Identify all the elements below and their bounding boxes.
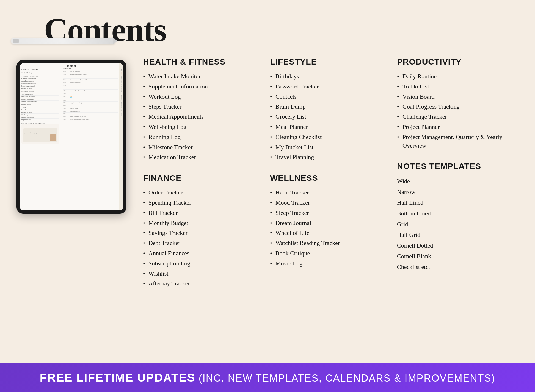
page-title: Contents: [0, 0, 535, 54]
sched-07am: 07 AMeat breakfast and leave for college…: [63, 73, 118, 76]
list-item: Project Management. Quarterly & Yearly O…: [397, 132, 513, 151]
list-item: Narrow: [397, 187, 513, 197]
lifestyle-section: LIFESTYLE Birthdays Password Tracker Con…: [270, 57, 386, 162]
priority-2: Attend team meeting.: [21, 80, 59, 82]
sched-11am: 11 AM: [63, 84, 118, 87]
list-item: Savings Tracker: [143, 228, 259, 238]
focus-3: Positive interactions.: [21, 98, 59, 101]
focus-title: TODAY'S FOCUS: [21, 91, 59, 93]
list-item: Sleep Tracker: [270, 208, 386, 218]
list-item: Steps Tracker: [143, 102, 259, 112]
notes-area: Remember. "You are enough.Love yourself …: [21, 124, 59, 144]
priority-1: Complete project report: [21, 77, 59, 80]
list-item: Bottom Lined: [397, 208, 513, 219]
column-1: HEALTH & FITNESS Water Intake Monitor Su…: [143, 57, 259, 363]
tablet-mockup: SUNDAY, JANUARY 1 ♡⊕✿⌇◎☰ TODAY'S PRIORIT…: [16, 60, 126, 214]
month-feb: FEB: [120, 76, 122, 79]
todo-2: Grocery shopping.: [21, 111, 59, 114]
sched-01pm: 01 PMTake a break to relax, or socialize…: [63, 90, 118, 92]
month-may: MAY: [120, 87, 122, 91]
list-item: Bill Tracker: [143, 208, 259, 218]
notes-title: NOTES, IDEAS & INSPIRATION: [21, 123, 59, 124]
month-jan: JAN: [120, 72, 122, 75]
tablet-screen: SUNDAY, JANUARY 1 ♡⊕✿⌇◎☰ TODAY'S PRIORIT…: [20, 63, 123, 210]
tablet-area: SUNDAY, JANUARY 1 ♡⊕✿⌇◎☰ TODAY'S PRIORIT…: [0, 54, 126, 363]
todo-1: Pay bills: [21, 109, 59, 111]
schedule-title: SCHEDULE: [63, 68, 118, 69]
list-item: Goal Progress Tracking: [397, 102, 513, 112]
list-item: Cleaning Checklist: [270, 132, 386, 142]
month-jun: JUN: [120, 91, 122, 94]
column-3: PRODUCTIVITY Daily Routine To-Do List Vi…: [397, 57, 513, 363]
wellness-section: WELLNESS Habit Tracker Mood Tracker Slee…: [270, 173, 386, 268]
month-sep: SEP: [120, 102, 122, 105]
footer-bold-text: FREE LIFETIME UPDATES: [40, 371, 195, 384]
sched-12pm: 12 PMHave a nutritious lunch, take a sho…: [63, 87, 118, 90]
focus-4: Mindful decision-making.: [21, 101, 59, 103]
list-item: Habit Tracker: [270, 188, 386, 198]
lifestyle-title: LIFESTYLE: [270, 57, 386, 66]
note-image-placeholder: [50, 134, 56, 141]
list-item: Milestone Tracker: [143, 142, 259, 152]
month-oct: OCT: [120, 105, 122, 109]
list-item: Cornell Dotted: [397, 240, 513, 251]
productivity-title: PRODUCTIVITY: [397, 57, 513, 66]
finance-title: FINANCE: [143, 173, 259, 183]
productivity-list: Daily Routine To-Do List Vision Board Go…: [397, 71, 513, 151]
list-item: Wishlist: [143, 269, 259, 279]
schedule-panel: SCHEDULE 06 AMWake up, freshen up 07 AMe…: [61, 63, 119, 210]
list-item: Half Grid: [397, 229, 513, 240]
list-item: Challenge Tracker: [397, 112, 513, 122]
sched-04pm: 04 PM: [63, 99, 118, 102]
list-item: Supplement Information: [143, 82, 259, 92]
note-text: "You are enough.Love yourself unconditio…: [24, 131, 56, 134]
tablet-left-panel: SUNDAY, JANUARY 1 ♡⊕✿⌇◎☰ TODAY'S PRIORIT…: [20, 63, 61, 210]
list-item: Movie Log: [270, 258, 386, 269]
tablet-dot-3: [74, 65, 76, 67]
pencil-icon: [11, 38, 115, 44]
list-item: Daily Routine: [397, 71, 513, 82]
month-aug: AUG: [120, 98, 122, 101]
list-item: Checklist etc.: [397, 262, 513, 272]
notes-templates-list: Wide Narrow Half Lined Bottom Lined Grid…: [397, 176, 513, 272]
lifestyle-list: Birthdays Password Tracker Contacts Brai…: [270, 71, 386, 162]
month-dec: DEC: [120, 113, 122, 116]
footer-regular-text: (inc. new templates, calendars & improve…: [195, 372, 495, 384]
health-fitness-title: HEALTH & FITNESS: [143, 57, 259, 66]
list-item: Wheel of Life: [270, 228, 386, 238]
list-item: Contacts: [270, 92, 386, 102]
tablet-date-label: SUNDAY, JANUARY 1: [21, 69, 59, 71]
month-mar: MAR: [120, 79, 122, 83]
footer-banner: FREE LIFETIME UPDATES (inc. new template…: [0, 363, 535, 392]
sched-05pm: 05 PMEngage in exercise / yoga.: [63, 102, 118, 104]
focus-5: Healthy habits.: [21, 103, 59, 105]
sched-06pm: 06 PM: [63, 104, 118, 107]
list-item: Afterpay Tracker: [143, 279, 259, 289]
list-item: Annual Finances: [143, 248, 259, 258]
focus-1: Time management.: [21, 93, 59, 96]
tablet-icons-row: ♡⊕✿⌇◎☰: [21, 72, 59, 74]
list-item: Mood Tracker: [270, 198, 386, 208]
notes-templates-section: NOTES TEMPLATES Wide Narrow Half Lined B…: [397, 162, 513, 272]
list-item: Debt Tracker: [143, 238, 259, 248]
list-item: Dream Journal: [270, 218, 386, 228]
list-item: Travel Planning: [270, 152, 386, 162]
main-content: SUNDAY, JANUARY 1 ♡⊕✿⌇◎☰ TODAY'S PRIORIT…: [0, 54, 535, 363]
month-nov: NOV: [120, 109, 122, 112]
list-item: Medication Tracker: [143, 152, 259, 162]
note-label: Remember.: [24, 129, 56, 131]
todo-title: TO DO: [21, 107, 59, 108]
list-item: Watchlist Reading Tracker: [270, 238, 386, 248]
list-item: Subscription Log: [143, 258, 259, 269]
priority-5: Grocery shopping.: [21, 87, 59, 90]
todo-4: Doctor's appointment: [21, 116, 59, 119]
sched-07pm: 07 PMStudy for exams: [63, 107, 118, 110]
sched-11pm: 11 PMPractice meditation and Prepare for…: [63, 118, 118, 121]
list-item: Grid: [397, 219, 513, 229]
sched-09am: 09 AMAttend classes, workshops, and labs: [63, 79, 118, 81]
todo-5: Organize closet: [21, 119, 59, 121]
tablet-dot-1: [67, 65, 69, 67]
sched-08pm: 08 PMwork on assignments.: [63, 110, 118, 113]
list-item: Running Log: [143, 132, 259, 142]
page-wrapper: Contents SUNDAY, JANUARY 1 ♡⊕✿⌇: [0, 0, 535, 392]
